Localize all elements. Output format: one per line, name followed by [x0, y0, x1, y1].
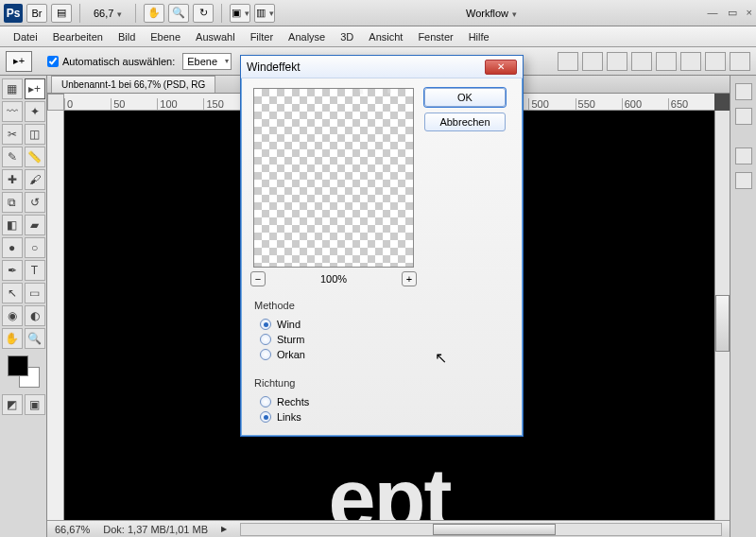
zoom-in-button[interactable]: + — [402, 271, 417, 286]
scrollbar-horizontal[interactable] — [240, 523, 722, 536]
workspace-switcher[interactable]: Workflow — [453, 8, 530, 19]
radio-icon — [260, 411, 271, 423]
menu-analyse[interactable]: Analyse — [288, 31, 325, 43]
eraser-tool[interactable]: ◧ — [2, 215, 23, 235]
close-icon[interactable]: × — [747, 7, 752, 19]
align-1-icon[interactable] — [558, 52, 578, 71]
canvas-text: ept — [329, 451, 451, 520]
ok-button[interactable]: OK — [424, 88, 506, 107]
3d-tool[interactable]: ◉ — [2, 305, 23, 326]
screenmode-tool[interactable]: ▣ — [25, 394, 45, 415]
zoom-icon[interactable]: 🔍 — [168, 4, 189, 23]
gradient-tool[interactable]: ▰ — [25, 215, 45, 235]
slice-tool[interactable]: ◫ — [25, 124, 45, 145]
zoom-tool[interactable]: 🔍 — [25, 328, 45, 349]
app-logo: Ps — [4, 4, 23, 23]
marquee-tool[interactable]: ▦ — [2, 78, 23, 99]
panel-paragraph-icon[interactable] — [735, 108, 752, 125]
pen-tool[interactable]: ✒ — [2, 260, 23, 281]
method-orkan[interactable]: Orkan — [254, 347, 509, 362]
panel-char-icon[interactable] — [735, 83, 752, 100]
dialog-titlebar[interactable]: Windeffekt ✕ — [241, 56, 523, 78]
auto-select-checkbox[interactable]: Automatisch auswählen: — [47, 56, 175, 67]
menu-auswahl[interactable]: Auswahl — [196, 31, 235, 43]
auto-select-combo[interactable]: Ebene — [182, 53, 232, 70]
fg-color[interactable] — [8, 355, 28, 376]
screen-mode-icon[interactable]: ▣ — [230, 4, 250, 23]
align-icons — [558, 52, 750, 71]
direction-rechts[interactable]: Rechts — [254, 394, 509, 409]
method-wind[interactable]: Wind — [254, 317, 509, 332]
scrollbar-vertical[interactable] — [714, 111, 730, 520]
method-label: Methode — [254, 300, 509, 311]
align-8-icon[interactable] — [730, 52, 750, 71]
menu-3d[interactable]: 3D — [340, 31, 353, 43]
arrange-icon[interactable]: ▥ — [254, 4, 275, 23]
align-5-icon[interactable] — [656, 52, 677, 71]
hand-icon[interactable]: ✋ — [144, 4, 164, 23]
app-bar: Ps Br ▤ 66,7 ✋ 🔍 ↻ ▣ ▥ Workflow — ▭ × — [0, 0, 756, 26]
film-icon[interactable]: ▤ — [51, 4, 72, 23]
radio-icon — [260, 349, 271, 360]
align-2-icon[interactable] — [582, 52, 603, 71]
direction-group: Richtung Rechts Links — [241, 373, 523, 436]
zoom-level[interactable]: 66,7 — [88, 8, 128, 19]
panel-adjust-icon[interactable] — [735, 147, 752, 165]
bridge-icon[interactable]: Br — [26, 4, 47, 23]
current-tool-icon[interactable]: ▸+ — [6, 51, 32, 72]
menu-ansicht[interactable]: Ansicht — [369, 31, 403, 43]
type-tool[interactable]: T — [25, 260, 45, 281]
wind-dialog: Windeffekt ✕ tart − 100% + OK Abbrechen … — [240, 55, 524, 437]
camera-tool[interactable]: ◐ — [25, 305, 45, 326]
menu-ebene[interactable]: Ebene — [150, 31, 180, 43]
crop-tool[interactable]: ✂ — [2, 124, 23, 145]
scroll-v-thumb[interactable] — [715, 295, 730, 352]
align-7-icon[interactable] — [705, 52, 726, 71]
menu-filter[interactable]: Filter — [250, 31, 273, 43]
menu-bar: Datei Bearbeiten Bild Ebene Auswahl Filt… — [0, 26, 756, 47]
scroll-h-thumb[interactable] — [433, 524, 556, 535]
path-tool[interactable]: ↖ — [2, 283, 23, 303]
auto-select-input[interactable] — [47, 56, 59, 67]
brush-tool[interactable]: 🖌 — [25, 169, 45, 190]
menu-bearbeiten[interactable]: Bearbeiten — [53, 31, 103, 43]
hand-tool[interactable]: ✋ — [2, 328, 23, 349]
dodge-tool[interactable]: ○ — [25, 237, 45, 258]
menu-datei[interactable]: Datei — [13, 31, 38, 43]
history-brush-tool[interactable]: ↺ — [25, 192, 45, 213]
quickmask-tool[interactable]: ◩ — [2, 394, 23, 415]
align-4-icon[interactable] — [631, 52, 652, 71]
direction-label: Richtung — [254, 377, 509, 389]
move-tool[interactable]: ▸+ — [25, 78, 45, 99]
doc-tab-main[interactable]: Unbenannt-1 bei 66,7% (PSD, RG — [51, 76, 215, 93]
method-sturm[interactable]: Sturm — [254, 332, 509, 347]
auto-select-label: Automatisch auswählen: — [62, 56, 175, 67]
ruler-tool[interactable]: 📏 — [25, 147, 45, 167]
side-panels — [730, 76, 756, 537]
maximize-icon[interactable]: ▭ — [728, 7, 737, 19]
lasso-tool[interactable]: 〰 — [2, 101, 23, 122]
heal-tool[interactable]: ✚ — [2, 169, 23, 190]
shape-tool[interactable]: ▭ — [25, 283, 45, 303]
zoom-out-button[interactable]: − — [250, 271, 266, 286]
direction-links[interactable]: Links — [254, 409, 509, 424]
menu-hilfe[interactable]: Hilfe — [469, 31, 490, 43]
rotate-icon[interactable]: ↻ — [193, 4, 214, 23]
color-swatches[interactable] — [8, 355, 40, 388]
menu-fenster[interactable]: Fenster — [418, 31, 453, 43]
minimize-icon[interactable]: — — [708, 7, 718, 19]
dialog-preview[interactable]: tart — [253, 88, 414, 268]
status-doc[interactable]: Dok: 1,37 MB/1,01 MB — [103, 524, 208, 535]
cancel-button[interactable]: Abbrechen — [424, 113, 506, 131]
eyedropper-tool[interactable]: ✎ — [2, 147, 23, 167]
stamp-tool[interactable]: ⧉ — [2, 192, 23, 213]
wand-tool[interactable]: ✦ — [25, 101, 45, 122]
align-3-icon[interactable] — [607, 52, 627, 71]
align-6-icon[interactable] — [680, 52, 701, 71]
dialog-close-button[interactable]: ✕ — [485, 60, 517, 75]
blur-tool[interactable]: ● — [2, 237, 23, 258]
panel-layers-icon[interactable] — [735, 172, 752, 189]
radio-icon — [260, 334, 271, 345]
status-zoom[interactable]: 66,67% — [55, 524, 90, 535]
menu-bild[interactable]: Bild — [118, 31, 135, 43]
